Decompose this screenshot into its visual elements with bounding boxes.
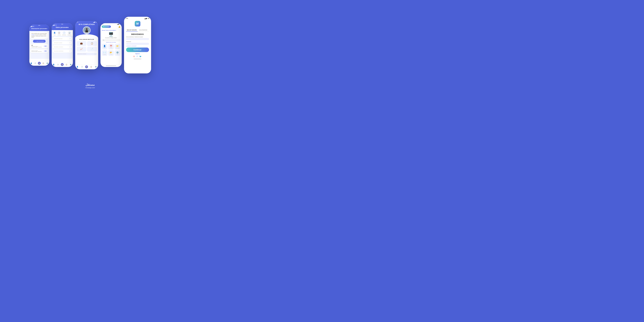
doc1-ver-button[interactable]: VER bbox=[44, 45, 47, 47]
p3-nav-list[interactable]: 📋 bbox=[90, 66, 92, 68]
p3-nav-profile[interactable]: 👤 bbox=[76, 66, 79, 68]
phone1-upload-button[interactable]: ＋ Subir Documento bbox=[33, 40, 46, 43]
phone4-show-all[interactable]: Mastrar todos las ofertas bbox=[100, 42, 122, 43]
phone1-time: 9:41 bbox=[38, 25, 40, 26]
phone5-follow-us: Síganos bbox=[124, 53, 151, 54]
phone4-header: MASTERS 🔔 bbox=[100, 25, 122, 29]
form-item-2-label: Información contacto bbox=[54, 42, 62, 43]
phone4-search-bar[interactable]: 🔍 bbox=[102, 39, 120, 41]
p2-nav-settings[interactable]: ⚙️ bbox=[69, 63, 72, 66]
tab-contratos-icon: 📋 bbox=[58, 31, 61, 34]
form-item-1-check: ✓ bbox=[70, 38, 70, 39]
avatar-image bbox=[83, 27, 90, 34]
phone3-cell-portfolio[interactable]: 💼 bbox=[76, 41, 86, 46]
tab-estadisticas-label: Estadísticas bbox=[68, 34, 71, 35]
phone4-find-text: Encuentra tu trabajo soñado° bbox=[100, 37, 122, 39]
watermark-arabic: مستقل bbox=[86, 83, 95, 86]
p4-profile-icon: 👤 bbox=[103, 45, 106, 47]
phone1-doc-card-1: NIE Subido por: Aficina Fecha De Subido:… bbox=[30, 44, 48, 48]
phone2-tab-preferencias[interactable]: 📄 Preferencias bbox=[62, 31, 66, 35]
phone3-cell-clipboard[interactable]: 📋 bbox=[87, 41, 97, 46]
search-icon: 🔍 bbox=[103, 40, 104, 41]
google-icon[interactable]: G bbox=[134, 56, 135, 58]
phone5-email-input[interactable] bbox=[126, 38, 149, 40]
phone4-illustration: 🖥️ bbox=[100, 32, 122, 37]
p2-nav-profile[interactable]: 👤 bbox=[52, 63, 55, 66]
p4-cell-tramites[interactable]: ✉️ Travation bbox=[102, 50, 108, 56]
phone5-password-label: Contraseña bbox=[126, 41, 149, 42]
phone-2: 9:41 ▂▄▆ ⊃ ▮ Datos personales 👤 Datos 📋 … bbox=[52, 23, 73, 67]
nav-list-icon[interactable]: 📋 bbox=[42, 62, 45, 65]
phone2-status-icons: ▂▄▆ ⊃ ▮ bbox=[53, 24, 72, 26]
phone3-doc-input[interactable]: Documento Curriculum 📄 bbox=[76, 53, 97, 55]
phone3-cell-doc[interactable]: 📄 bbox=[87, 47, 97, 52]
phone1-header: 9:41 ▂▄▆ ⊃ ▮ Información personales bbox=[29, 24, 49, 31]
greeting-user: SOULAIMAN ! bbox=[109, 30, 116, 31]
phone5-password-input[interactable] bbox=[126, 43, 149, 45]
phone5-forgot-password[interactable]: ¿Olvidaste tu contraseña? bbox=[126, 46, 149, 46]
tab-login[interactable]: INICIAR SESIÓN bbox=[126, 28, 138, 32]
phone1-title: Información personales bbox=[31, 28, 48, 29]
phone4-status-bar: 9:41 ▂▄▆ ⊃ ▮ bbox=[100, 23, 122, 25]
doc-icon: 📄 bbox=[91, 48, 93, 50]
doc-input-icon: 📄 bbox=[94, 54, 96, 54]
phone5-status-icons: ▂▄▆ ⊃ ▮ bbox=[144, 18, 149, 19]
p4-cell-contrato[interactable]: ⏰ Contrato bbox=[108, 44, 114, 50]
facebook-icon[interactable]: f bbox=[137, 56, 138, 58]
phone3-icon-grid: 💼 📋 📈 📄 bbox=[76, 41, 97, 52]
form-item-1-label: Información personal bbox=[54, 38, 62, 39]
doc2-ver-button[interactable]: VER bbox=[44, 50, 47, 52]
phone3-status-icons: ▂▄▆ ⊃ ▮ bbox=[93, 22, 97, 23]
tab-register[interactable]: INSCRIBIRSE bbox=[138, 28, 149, 32]
form-item-1[interactable]: Información personal ✓ bbox=[53, 37, 72, 40]
phone3-percent: 80 % COMPLETADO bbox=[75, 24, 98, 25]
form-item-2[interactable]: Información contacto ✓ bbox=[53, 41, 72, 44]
p4-cell-profile[interactable]: 👤 perfil bbox=[102, 44, 108, 50]
p3-nav-clock[interactable]: 🕐 bbox=[81, 66, 84, 68]
nav-settings-icon[interactable]: ⚙️ bbox=[46, 62, 49, 65]
phone2-tab-estadisticas[interactable]: 📊 Estadísticas bbox=[68, 31, 71, 35]
bell-icon[interactable]: 🔔 bbox=[118, 26, 120, 28]
phone-4: 9:41 ▂▄▆ ⊃ ▮ MASTERS 🔔 Buenas Tardes SOU… bbox=[100, 23, 122, 67]
p2-nav-list[interactable]: 📋 bbox=[65, 63, 68, 66]
phone2-tab-datos[interactable]: 👤 Datos bbox=[53, 31, 56, 35]
phone2-tabs: 👤 Datos 📋 Contratos 📄 Preferencias 📊 Est… bbox=[52, 30, 73, 36]
p4-folder2-icon: 📂 bbox=[110, 51, 112, 54]
form-item-4[interactable]: Documento identificado ✓ bbox=[53, 49, 72, 53]
phone4-bottom-nav bbox=[100, 64, 122, 67]
phone3-cell-chart[interactable]: 📈 bbox=[76, 47, 86, 52]
p3-nav-home[interactable]: 🏠 bbox=[85, 66, 88, 68]
phone4-greeting: Buenas Tardes SOULAIMAN ! bbox=[100, 29, 122, 32]
p4-cell-ajust[interactable]: ⚙️ Aiust bbox=[115, 50, 120, 56]
tab-datos-label: Datos bbox=[54, 34, 56, 35]
phone3-username: SOULAIMANE BENTALEB bbox=[76, 39, 97, 40]
p3-nav-settings[interactable]: ⚙️ bbox=[94, 66, 97, 68]
nav-clock-icon[interactable]: 🕐 bbox=[34, 62, 37, 65]
phone-3: 9:41 ▂▄▆ ⊃ ▮ 80 % COMPLETADO bbox=[75, 21, 98, 69]
p4-cell-contraro[interactable]: 📂 Contraro bbox=[108, 50, 114, 56]
phone2-header: 9:41 ▂▄▆ ⊃ ▮ Datos personales bbox=[52, 23, 73, 30]
phone2-tab-contratos[interactable]: 📋 Contratos bbox=[58, 31, 61, 35]
tab-estadisticas-icon: 📊 bbox=[68, 31, 71, 34]
nav-profile-icon[interactable]: 👤 bbox=[30, 62, 33, 65]
phone5-continue-button[interactable]: Continuar bbox=[126, 48, 149, 52]
chart-icon: 📈 bbox=[80, 48, 83, 50]
p2-nav-clock[interactable]: 🕐 bbox=[56, 63, 60, 66]
phone4-status-icons: ▂▄▆ ⊃ ▮ bbox=[117, 24, 121, 25]
doc-input-label: Documento Curriculum bbox=[78, 54, 86, 54]
phone5-email-label: Correo electrónico / Nombre de usuario bbox=[126, 36, 149, 38]
phones-container: 9:41 ▂▄▆ ⊃ ▮ Información personales Solo… bbox=[0, 14, 180, 76]
twitter-icon[interactable]: 🐦 bbox=[139, 56, 142, 58]
clipboard-icon: 📋 bbox=[91, 42, 93, 44]
phone4-time: 9:41 bbox=[102, 24, 103, 25]
form-item-3[interactable]: information contraction ✓ bbox=[53, 45, 72, 48]
p4-cell-curriculum[interactable]: 📁 Curricutum bbox=[115, 44, 120, 50]
nav-home-icon[interactable]: 🏠 bbox=[38, 62, 41, 65]
form-item-3-check: ✓ bbox=[70, 46, 70, 48]
p4-clock-icon: ⏰ bbox=[110, 45, 112, 47]
doc1-title: NIE bbox=[32, 45, 42, 46]
portfolio-icon: 💼 bbox=[80, 42, 83, 44]
phone5-time: 9:41 bbox=[126, 18, 128, 19]
p2-nav-home[interactable]: 🏠 bbox=[61, 63, 64, 66]
phone2-status-bar: 9:41 ▂▄▆ ⊃ ▮ bbox=[52, 23, 73, 26]
